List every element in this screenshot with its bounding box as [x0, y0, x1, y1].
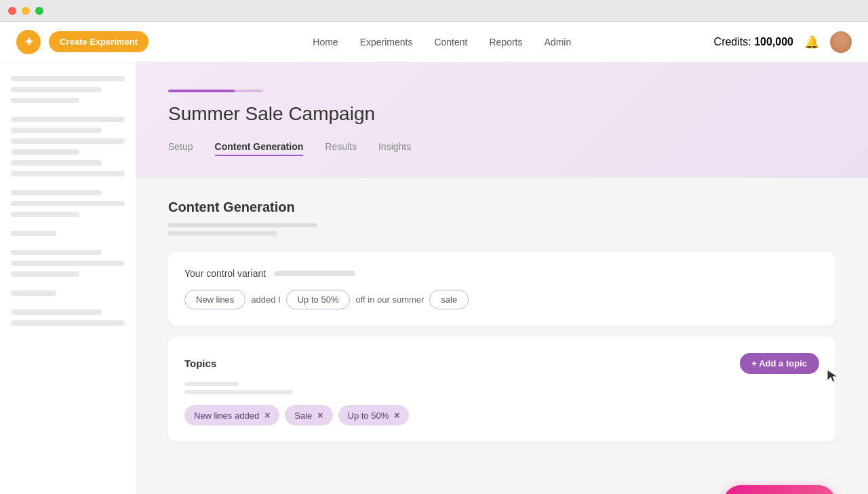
variant-text-added: added I [251, 294, 280, 305]
nav-links: Home Experiments Content Reports Admin [170, 37, 714, 48]
nav-content[interactable]: Content [434, 37, 467, 48]
sidebar-skeleton-group-1 [11, 76, 125, 103]
topics-card: Topics + Add a topic [168, 337, 835, 442]
main-content-area: Content Generation Your control variant … [136, 178, 868, 474]
sidebar-skeleton-group-6 [11, 290, 125, 296]
sidebar-skeleton-line [11, 250, 102, 255]
sidebar-skeleton-line [11, 160, 102, 166]
logo-icon: ✦ [24, 35, 34, 50]
nav-admin[interactable]: Admin [545, 37, 572, 48]
tab-insights[interactable]: Insights [378, 141, 411, 156]
hero-banner: Summer Sale Campaign Setup Content Gener… [136, 62, 868, 178]
credits-label: Credits: 100,000 [714, 36, 793, 48]
topics-skeleton-2 [184, 390, 293, 394]
progress-bar-fill [168, 90, 235, 92]
magic-button[interactable]: Magic Button [724, 485, 835, 494]
main-layout: Summer Sale Campaign Setup Content Gener… [0, 62, 868, 494]
topic-tag-label: New lines added [194, 411, 259, 421]
variant-tag-up-to-50: Up to 50% [286, 290, 351, 309]
sidebar-skeleton-line [11, 261, 125, 266]
sidebar-skeleton-line [11, 271, 79, 277]
progress-bar-container [168, 90, 263, 92]
topic-tag-label: Sale [294, 411, 312, 421]
control-variant-card: Your control variant New lines added I U… [168, 252, 835, 326]
create-experiment-button[interactable]: Create Experiment [49, 31, 149, 52]
sidebar [0, 62, 136, 494]
topic-tag-remove-icon[interactable]: × [317, 410, 323, 421]
close-dot[interactable] [8, 7, 16, 15]
sidebar-skeleton-line [11, 201, 125, 206]
topic-tag-up-to-50[interactable]: Up to 50% × [338, 405, 410, 425]
section-skeleton-1 [168, 223, 317, 227]
nav-reports[interactable]: Reports [489, 37, 522, 48]
topic-tag-label: Up to 50% [348, 411, 389, 421]
sidebar-skeleton-line [11, 231, 56, 236]
sidebar-skeleton-line [11, 212, 79, 217]
credits-value: 100,000 [754, 36, 793, 48]
top-navigation: ✦ Create Experiment Home Experiments Con… [0, 22, 868, 62]
sidebar-skeleton-line [11, 320, 125, 326]
sidebar-skeleton-group-2 [11, 117, 125, 176]
card-label-skeleton [274, 271, 355, 276]
section-skeleton-2 [168, 231, 277, 235]
nav-home[interactable]: Home [313, 37, 338, 48]
content-area: Summer Sale Campaign Setup Content Gener… [136, 62, 868, 494]
sidebar-skeleton-group-4 [11, 231, 125, 236]
topic-tag-remove-icon[interactable]: × [394, 410, 399, 421]
sidebar-skeleton-line [11, 76, 125, 81]
nav-experiments[interactable]: Experiments [360, 37, 413, 48]
sidebar-skeleton-line [11, 171, 125, 176]
magic-button-container: Magic Button [136, 474, 868, 494]
topic-tags: New lines added × Sale × Up to 50% × [184, 405, 819, 425]
sidebar-skeleton-line [11, 138, 125, 144]
sidebar-skeleton-group-7 [11, 309, 125, 326]
maximize-dot[interactable] [35, 7, 43, 15]
cursor-indicator [826, 368, 840, 387]
avatar-image [830, 31, 852, 53]
tab-results[interactable]: Results [325, 141, 357, 156]
sidebar-skeleton-group-3 [11, 190, 125, 217]
browser-chrome [0, 0, 868, 22]
card-label: Your control variant [184, 268, 819, 279]
hero-tabs: Setup Content Generation Results Insight… [168, 141, 835, 156]
sidebar-skeleton-line [11, 290, 56, 296]
control-variant-label: Your control variant [184, 268, 266, 279]
nav-right: Credits: 100,000 🔔 [714, 31, 852, 53]
sidebar-skeleton-group-5 [11, 250, 125, 277]
notification-bell-icon[interactable]: 🔔 [804, 35, 819, 50]
tab-setup[interactable]: Setup [168, 141, 193, 156]
sidebar-skeleton-line [11, 98, 79, 103]
topics-title: Topics [184, 358, 216, 369]
variant-tag-new-lines: New lines [184, 290, 245, 309]
sidebar-skeleton-line [11, 149, 79, 155]
tab-content-generation[interactable]: Content Generation [215, 141, 304, 156]
add-topic-button[interactable]: + Add a topic [740, 353, 820, 374]
logo[interactable]: ✦ [16, 30, 41, 54]
minimize-dot[interactable] [22, 7, 30, 15]
campaign-title: Summer Sale Campaign [168, 103, 835, 125]
topic-tag-sale[interactable]: Sale × [285, 405, 332, 425]
avatar[interactable] [830, 31, 852, 53]
variant-tags: New lines added I Up to 50% off in our s… [184, 290, 819, 309]
section-title: Content Generation [168, 200, 835, 215]
variant-text-off: off in our summer [355, 294, 424, 305]
sidebar-skeleton-line [11, 309, 102, 315]
sidebar-skeleton-line [11, 117, 125, 122]
topics-skeleton-1 [184, 382, 239, 386]
topic-tag-new-lines-added[interactable]: New lines added × [184, 405, 279, 425]
sidebar-skeleton-line [11, 87, 102, 92]
sidebar-skeleton-line [11, 128, 102, 133]
sidebar-skeleton-line [11, 190, 102, 195]
topics-header: Topics + Add a topic [184, 353, 819, 374]
topic-tag-remove-icon[interactable]: × [264, 410, 270, 421]
variant-tag-sale: sale [429, 290, 469, 309]
